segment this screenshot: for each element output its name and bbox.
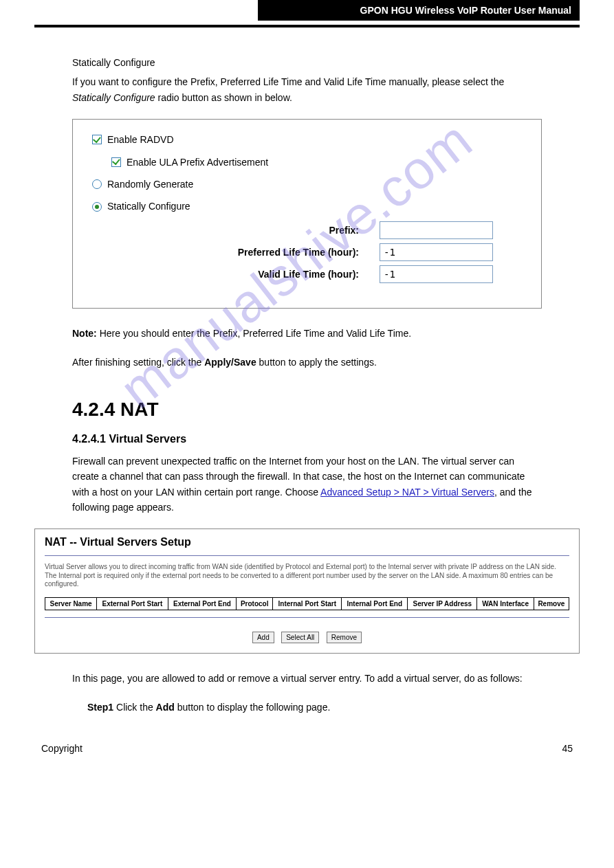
header-rule <box>34 25 580 27</box>
note-paragraph: Note: Here you should enter the Prefix, … <box>72 326 542 341</box>
select-all-button[interactable]: Select All <box>281 632 319 643</box>
add-button[interactable]: Add <box>252 632 274 643</box>
remove-button[interactable]: Remove <box>327 632 362 643</box>
apply-a: After finishing setting, click the <box>72 357 204 368</box>
para-statically-c: radio button as shown in below. <box>155 92 292 103</box>
enable-radvd-checkbox[interactable] <box>92 135 102 144</box>
valid-life-label: Valid Life Time (hour): <box>73 267 380 282</box>
footer-copyright: Copyright <box>41 743 83 754</box>
virtual-servers-panel: NAT -- Virtual Servers Setup Virtual Ser… <box>34 528 580 654</box>
note-body: Here you should enter the Prefix, Prefer… <box>100 328 411 339</box>
col-remove: Remove <box>534 597 569 610</box>
apply-b: Apply/Save <box>204 357 256 368</box>
step1-a: Click the <box>116 702 156 713</box>
section-heading-statically: Statically Configure <box>72 55 542 70</box>
step1-prefix: Step1 <box>87 702 116 713</box>
panel-rule-top <box>45 555 569 556</box>
enable-ula-checkbox[interactable] <box>111 157 121 167</box>
heading-virtual-servers: 4.2.4.1 Virtual Servers <box>72 430 542 448</box>
add-remove-paragraph: In this page, you are allowed to add or … <box>72 671 542 686</box>
col-protocol: Protocol <box>237 597 273 610</box>
col-int-port-end: Internal Port End <box>342 597 408 610</box>
statically-radio[interactable] <box>92 202 102 212</box>
valid-life-input[interactable] <box>380 265 493 283</box>
prefix-input[interactable] <box>380 221 493 239</box>
para-statically-b: Statically Configure <box>72 92 155 103</box>
step1-b: Add <box>156 702 175 713</box>
col-int-port-start: Internal Port Start <box>273 597 342 610</box>
enable-radvd-label: Enable RADVD <box>107 132 174 147</box>
step1-c: button to display the following page. <box>175 702 331 713</box>
col-wan-interface: WAN Interface <box>477 597 534 610</box>
preferred-life-input[interactable] <box>380 243 493 261</box>
heading-nat: 4.2.4 NAT <box>72 394 542 425</box>
apply-paragraph: After finishing setting, click the Apply… <box>72 355 542 370</box>
virtual-servers-table: Server Name External Port Start External… <box>45 597 569 610</box>
footer-page-number: 45 <box>562 743 573 754</box>
header-title: GPON HGU Wireless VoIP Router User Manua… <box>258 0 580 21</box>
nat-intro-link[interactable]: Advanced Setup > NAT > Virtual Servers <box>320 487 494 498</box>
radio-dot-icon <box>95 205 99 209</box>
panel-rule-bottom <box>45 617 569 618</box>
statically-label: Statically Configure <box>107 199 190 214</box>
col-server-name: Server Name <box>45 597 97 610</box>
randomly-radio[interactable] <box>92 179 102 189</box>
preferred-life-label: Preferred Life Time (hour): <box>73 245 380 260</box>
note-prefix: Note: <box>72 328 100 339</box>
col-ext-port-end: External Port End <box>168 597 236 610</box>
para-statically-a: If you want to configure the Prefix, Pre… <box>72 76 504 87</box>
apply-c: button to apply the settings. <box>256 357 377 368</box>
virtual-servers-title: NAT -- Virtual Servers Setup <box>45 536 569 548</box>
col-ext-port-start: External Port Start <box>97 597 168 610</box>
nat-intro-paragraph: Firewall can prevent unexpected traffic … <box>72 454 542 515</box>
table-header-row: Server Name External Port Start External… <box>45 597 569 610</box>
enable-ula-label: Enable ULA Prefix Advertisement <box>127 155 268 170</box>
col-server-ip: Server IP Address <box>408 597 477 610</box>
radvd-panel: Enable RADVD Enable ULA Prefix Advertise… <box>72 119 542 309</box>
check-icon <box>112 157 120 165</box>
virtual-servers-desc: Virtual Server allows you to direct inco… <box>45 563 569 589</box>
check-icon <box>93 135 101 143</box>
randomly-label: Randomly Generate <box>107 177 193 192</box>
step1-paragraph: Step1 Click the Add button to display th… <box>72 700 542 715</box>
prefix-label: Prefix: <box>73 223 380 238</box>
para-statically-intro: If you want to configure the Prefix, Pre… <box>72 74 542 105</box>
